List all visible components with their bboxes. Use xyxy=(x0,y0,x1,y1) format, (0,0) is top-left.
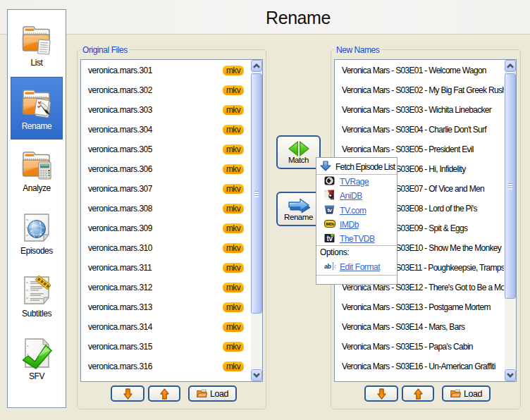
svg-text:c: c xyxy=(334,262,336,269)
svg-text:IMDb: IMDb xyxy=(326,222,335,226)
svg-text:ab: ab xyxy=(324,262,332,269)
svg-text:tv: tv xyxy=(327,207,332,214)
